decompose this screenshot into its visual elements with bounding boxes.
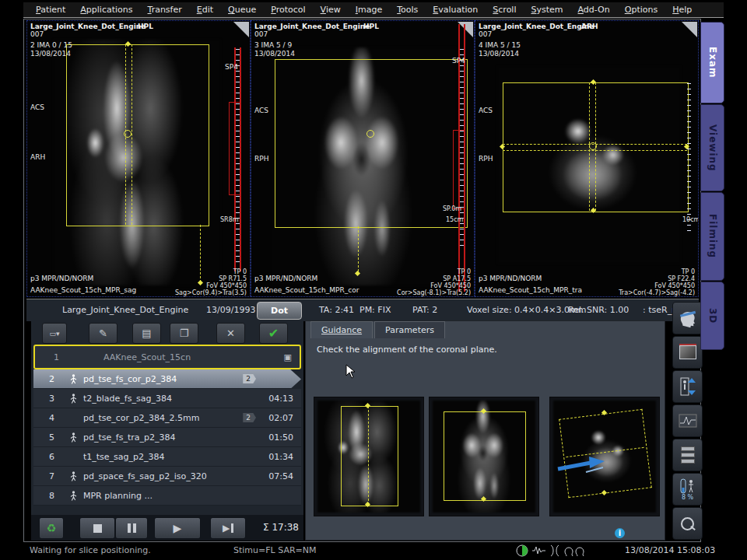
recycle-button[interactable]: ♻ [39, 517, 64, 539]
tab-guidance[interactable]: Guidance [310, 321, 373, 338]
queue-row[interactable]: 8 MPR planning ... [33, 486, 301, 506]
copy-icon: ❐ [180, 327, 189, 339]
vp-series: 007 [479, 30, 492, 39]
fov-box[interactable] [66, 44, 209, 226]
copy-button[interactable]: ❐ [170, 323, 198, 344]
mouse-cursor [345, 364, 356, 380]
pat-factor: PAT: 2 [412, 305, 437, 315]
sequence-name: AAKnee_Scout_15cn [103, 352, 284, 362]
menu-queue[interactable]: Queue [228, 5, 256, 15]
guidance-thumb-axial[interactable] [549, 397, 660, 516]
vp-orient-left2: RPH [479, 155, 493, 163]
tab-parameters[interactable]: Parameters [374, 321, 445, 338]
scan-time: 01:50 [261, 432, 293, 443]
physio-curve-icon [679, 414, 697, 428]
fov-box[interactable] [275, 59, 468, 228]
stop-button[interactable] [79, 517, 115, 539]
vp-sp-label: SP4 [452, 57, 465, 65]
guidance-thumb-coronal[interactable] [429, 397, 539, 516]
corner-handle-icon[interactable] [233, 22, 249, 37]
patient-dob: 13/09/1993 [206, 305, 255, 315]
coil-position-button[interactable] [672, 302, 703, 334]
menu-transfer[interactable]: Transfer [148, 5, 182, 15]
queue-row[interactable]: 4 pd_tse_cor_p2_384_2.5mm 2 02:07 [33, 408, 301, 428]
physio-curve-button[interactable] [672, 404, 703, 437]
vp-seq-name: AAKnee_Scout_15ch_MPR_cor [254, 286, 359, 295]
menu-help[interactable]: Help [672, 5, 692, 15]
info-icon[interactable]: i [615, 528, 625, 538]
rotate-handle-icon[interactable] [366, 130, 374, 138]
row-number: 2 [49, 374, 69, 384]
tab-3d[interactable]: 3D [700, 282, 724, 350]
queue-rows: 2 pd_tse_fs_cor_p2_384 2 3 t2_blade_fs_s… [33, 369, 301, 506]
stimulation-status: Stimu=FL SAR=NM [233, 545, 317, 555]
queue-row-highlighted[interactable]: 1 AAKnee_Scout_15cn ▣ [33, 345, 301, 369]
vp-orient-left: ACS [254, 107, 268, 115]
menu-patient[interactable]: Patient [36, 5, 65, 15]
vp-seq-name: AAKnee_Scout_15ch_MPR_tra [479, 286, 582, 295]
pause-button[interactable] [115, 517, 148, 539]
vp-title: Large_Joint_Knee_Dot_Engine [479, 23, 594, 31]
system-datetime: 13/08/2014 15:08:03 [625, 545, 715, 555]
image-zoom-button[interactable] [672, 507, 703, 540]
menu-image[interactable]: Image [356, 5, 382, 15]
menu-evaluation[interactable]: Evaluation [433, 5, 478, 15]
headphone-head-icon [565, 548, 584, 556]
dot-button[interactable]: Dot [257, 302, 302, 320]
rotate-handle-icon[interactable] [589, 142, 597, 150]
queue-row-selected[interactable]: 2 pd_tse_fs_cor_p2_384 2 [33, 369, 301, 389]
stamp-segments-button[interactable] [672, 439, 703, 471]
menu-tools[interactable]: Tools [397, 5, 418, 15]
corner-handle-icon[interactable] [682, 22, 697, 37]
patient-move-button[interactable] [672, 370, 703, 403]
auto-align-icon [69, 394, 83, 404]
vp-recon-info: p3 MPR/ND/NORM [254, 275, 317, 283]
guidance-thumb-sagittal[interactable] [314, 397, 424, 516]
scout-copy-icon[interactable]: ▣ [284, 352, 292, 362]
protocol-name: Large_Joint_Knee_Dot_Engine [62, 305, 188, 315]
menu-edit[interactable]: Edit [197, 5, 213, 15]
sar-level-button[interactable]: 8 % [672, 473, 703, 506]
viewport-coronal[interactable]: Large_Joint_Knee_Dot_Engine 007 HPL 3 IM… [251, 20, 475, 297]
vp-sp: SP F22.4 [668, 275, 695, 282]
open-button[interactable]: ▤ [132, 323, 161, 344]
vp-orient-left2: ARH [30, 153, 45, 162]
menu-applications[interactable]: Applications [80, 5, 132, 15]
apply-button[interactable]: ✔ [259, 323, 288, 344]
menu-addon[interactable]: Add-On [578, 5, 610, 15]
intercom-icon [551, 545, 559, 556]
play-button[interactable]: ▶ [154, 517, 201, 539]
vp-fov: FoV 450*450 [654, 282, 695, 289]
vp-orient-top: HPL [138, 23, 153, 31]
delete-button[interactable]: ✕ [216, 323, 245, 344]
vp-orientation: Cor>Sag(-8.1)>Tra(5.2) [397, 289, 471, 296]
menu-scroll[interactable]: Scroll [493, 5, 516, 15]
queue-row[interactable]: 5 pd_tse_fs_tra_p2_384 01:50 [33, 428, 301, 447]
menu-protocol[interactable]: Protocol [271, 5, 305, 15]
vp-ima: 2 IMA 0 / 15 [30, 41, 72, 50]
copy-ref-badge: 2 [243, 374, 256, 383]
menu-view[interactable]: View [321, 5, 341, 15]
corner-handle-icon[interactable] [458, 22, 473, 37]
vp-orient-top: ARH [581, 23, 598, 31]
view-mode-icon: ▭▾ [49, 330, 59, 338]
tab-viewing[interactable]: Viewing [700, 104, 724, 191]
skip-end-button[interactable]: ▶ [210, 517, 246, 539]
patient-move-icon [679, 376, 696, 397]
tab-filming[interactable]: Filming [700, 192, 724, 281]
head-coil-icon [678, 308, 698, 328]
menu-system[interactable]: System [531, 5, 563, 15]
viewport-axial[interactable]: Large_Joint_Knee_Dot_Engine 007 ARH 4 IM… [475, 20, 699, 297]
rel-snr: Rel. SNR: 1.00 [568, 305, 629, 315]
rotate-handle-icon[interactable] [124, 130, 132, 138]
edit-protocol-button[interactable]: ✎ [89, 323, 117, 344]
queue-row[interactable]: 3 t2_blade_fs_sag_384 04:13 [33, 389, 301, 408]
queue-row[interactable]: 7 pd_space_fs_sag_p2_iso_320 07:54 [33, 467, 301, 486]
queue-row[interactable]: 6 t1_tse_sag_p2_384 01:34 [33, 447, 301, 467]
view-mode-button[interactable]: ▭▾ [42, 323, 67, 344]
image-window-button[interactable] [672, 336, 703, 369]
menu-options[interactable]: Options [625, 5, 658, 15]
tab-exam[interactable]: Exam [700, 22, 724, 103]
viewport-sagittal[interactable]: Large_Joint_Knee_Dot_Engine 007 HPL 2 IM… [26, 20, 251, 297]
vp-date: 13/08/2014 [30, 50, 71, 58]
